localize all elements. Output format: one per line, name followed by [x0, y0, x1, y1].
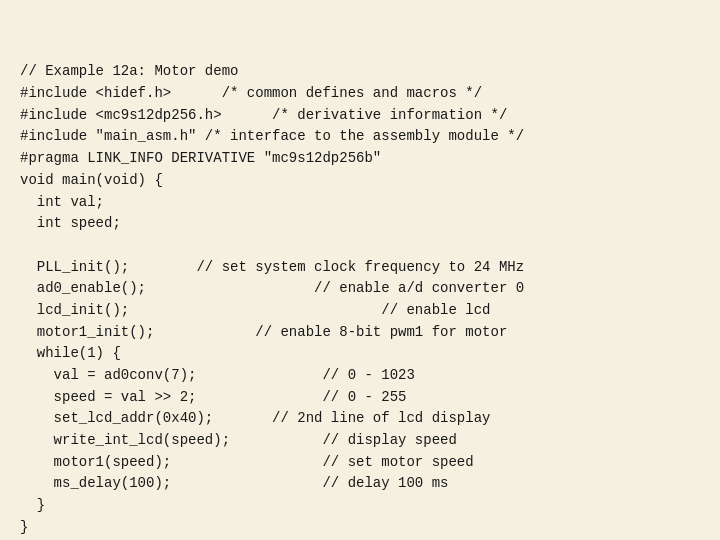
- code-content: // Example 12a: Motor demo #include <hid…: [20, 61, 700, 538]
- code-block: // Example 12a: Motor demo #include <hid…: [0, 0, 720, 540]
